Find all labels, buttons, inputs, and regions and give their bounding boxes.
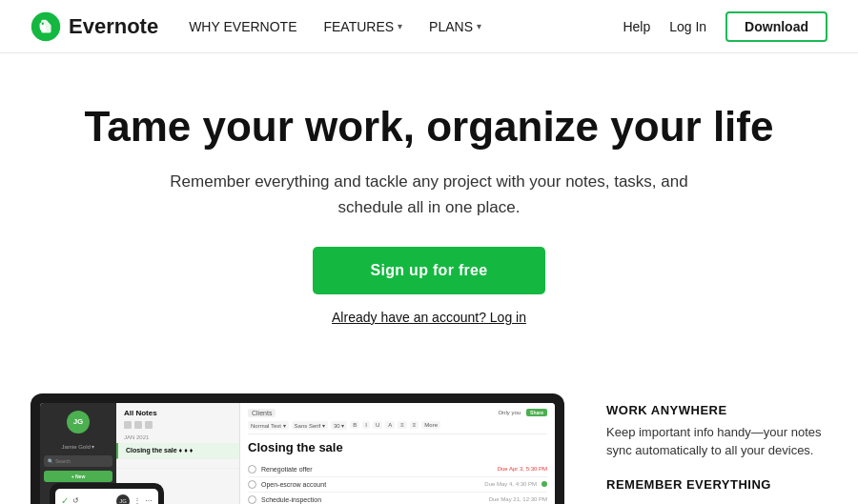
- task-checkbox-3[interactable]: [248, 495, 256, 504]
- phone-menu-icon: ⋮: [133, 496, 141, 504]
- note-editor: Clients Only you Share Normal Text ▾ San…: [240, 403, 555, 504]
- info-block-remember: REMEMBER EVERYTHING: [606, 477, 827, 492]
- hero-section: Tame your work, organize your life Remem…: [0, 53, 858, 390]
- logo-text: Evernote: [69, 14, 158, 39]
- device-mockup-container: JG Jamie Gold ▾ 🔍 Search + New All Notes: [31, 393, 583, 504]
- toolbar-size[interactable]: 30 ▾: [331, 421, 347, 430]
- task-due-1: Due Apr 3, 5:30 PM: [498, 466, 547, 472]
- nav-links: WHY EVERNOTE FEATURES ▾ PLANS ▾: [189, 19, 623, 34]
- toolbar-italic[interactable]: I: [362, 421, 370, 429]
- bottom-section: JG Jamie Gold ▾ 🔍 Search + New All Notes: [0, 393, 858, 504]
- toolbar-color[interactable]: A: [385, 421, 395, 429]
- toolbar-icon-1: [124, 421, 132, 429]
- task-item-1: Renegotiate offer Due Apr 3, 5:30 PM: [248, 462, 547, 477]
- note-breadcrumb: Clients: [248, 409, 276, 417]
- nav-why-evernote[interactable]: WHY EVERNOTE: [189, 19, 296, 34]
- phone-header: ✓ ↺ JG ⋮ ⋯: [61, 494, 153, 504]
- toolbar-font[interactable]: Sans Serif ▾: [292, 421, 328, 430]
- info-desc-1: Keep important info handy—your notes syn…: [606, 423, 827, 460]
- login-link[interactable]: Log In: [669, 19, 706, 34]
- task-item-3: Schedule-inspection Due May 21, 12:30 PM: [248, 493, 547, 504]
- task-due-3: Due May 21, 12:30 PM: [489, 496, 547, 502]
- phone-screen: ✓ ↺ JG ⋮ ⋯ Checks Closing the sale: [55, 489, 158, 504]
- navbar: Evernote WHY EVERNOTE FEATURES ▾ PLANS ▾…: [0, 0, 858, 53]
- toolbar-bold[interactable]: B: [350, 421, 359, 429]
- task-text-2: Open-escrow account: [261, 481, 480, 488]
- logo-link[interactable]: Evernote: [31, 11, 158, 42]
- note-editor-title: Closing the sale: [248, 440, 547, 454]
- right-info: WORK ANYWHERE Keep important info handy—…: [606, 393, 827, 504]
- sidebar-search: 🔍 Search: [44, 455, 112, 467]
- search-placeholder: Search: [55, 458, 71, 464]
- toolbar-list[interactable]: ≡: [410, 421, 419, 429]
- task-checkbox-1[interactable]: [248, 465, 256, 474]
- notes-toolbar: [116, 421, 239, 434]
- already-have-account-link[interactable]: Already have an account? Log in: [19, 310, 839, 325]
- task-due-2: Due May 4, 4:30 PM: [484, 481, 537, 487]
- toolbar-icon-2: [134, 421, 142, 429]
- info-block-work-anywhere: WORK ANYWHERE Keep important info handy—…: [606, 403, 827, 460]
- hero-subtitle: Remember everything and tackle any proje…: [162, 169, 696, 220]
- toolbar-underline[interactable]: U: [373, 421, 382, 429]
- toolbar-text-style[interactable]: Normal Text ▾: [248, 421, 289, 430]
- info-title-2: REMEMBER EVERYTHING: [606, 477, 827, 492]
- editor-toolbar: Normal Text ▾ Sans Serif ▾ 30 ▾ B I U A …: [248, 421, 547, 434]
- user-name-label: Jamie Gold ▾: [44, 443, 112, 450]
- note-item-active[interactable]: Closing the sale ♦ ♦ ♦: [116, 443, 239, 459]
- only-you-label: Only you: [498, 410, 521, 415]
- notes-date: JAN 2021: [116, 434, 239, 443]
- task-item-2: Open-escrow account Due May 4, 4:30 PM: [248, 477, 547, 493]
- note-item-title: Closing the sale ♦ ♦ ♦: [126, 447, 232, 454]
- phone-mockup: ✓ ↺ JG ⋮ ⋯ Checks Closing the sale: [50, 483, 164, 504]
- info-title-1: WORK ANYWHERE: [606, 403, 827, 417]
- note-item-2[interactable]: [116, 459, 239, 469]
- evernote-logo-icon: [31, 11, 61, 42]
- svg-point-1: [42, 22, 44, 24]
- phone-more-icon: ⋯: [145, 496, 153, 504]
- task-indicator-2: [541, 481, 547, 487]
- help-link[interactable]: Help: [623, 19, 650, 34]
- share-badge[interactable]: Share: [526, 409, 547, 416]
- note-header-bar: Clients Only you Share: [248, 409, 547, 417]
- nav-features[interactable]: FEATURES ▾: [323, 19, 402, 34]
- toolbar-align[interactable]: ≡: [398, 421, 407, 429]
- phone-arrows: ↺: [72, 496, 79, 504]
- new-note-button[interactable]: + New: [44, 471, 112, 482]
- features-chevron: ▾: [398, 21, 402, 31]
- notes-list-header: All Notes: [116, 409, 239, 421]
- nav-actions: Help Log In Download: [623, 11, 827, 42]
- nav-plans[interactable]: PLANS ▾: [429, 19, 481, 34]
- user-avatar: JG: [67, 411, 90, 433]
- plans-chevron: ▾: [477, 21, 481, 31]
- toolbar-more[interactable]: More: [421, 421, 440, 429]
- hero-title: Tame your work, organize your life: [19, 103, 839, 151]
- download-button[interactable]: Download: [725, 11, 827, 42]
- task-text-1: Renegotiate offer: [261, 466, 493, 473]
- task-checkbox-2[interactable]: [248, 480, 256, 489]
- phone-avatar: JG: [116, 494, 130, 504]
- search-icon: 🔍: [48, 458, 53, 464]
- task-text-3: Schedule-inspection: [261, 496, 484, 503]
- phone-check-icon: ✓: [61, 495, 69, 504]
- task-list: Renegotiate offer Due Apr 3, 5:30 PM Ope…: [248, 462, 547, 504]
- signup-button[interactable]: Sign up for free: [313, 247, 544, 294]
- toolbar-icon-3: [145, 421, 153, 429]
